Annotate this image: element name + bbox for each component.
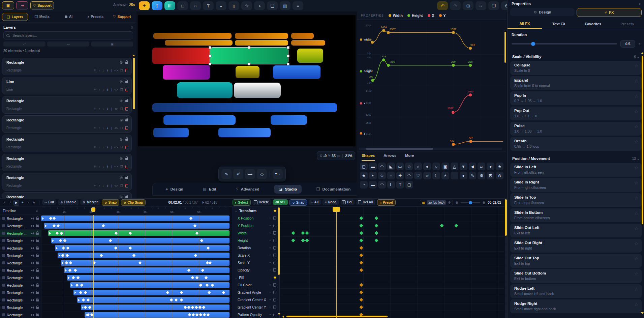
pill-shape[interactable]: ▭: [396, 163, 404, 170]
star-icon[interactable]: ☆: [634, 79, 638, 84]
waveform-tool[interactable]: |||: [164, 1, 175, 10]
sidebar-tab-presets[interactable]: ◑Presets: [83, 13, 108, 20]
none-button[interactable]: ×None: [323, 199, 339, 205]
track-lane[interactable]: [41, 237, 229, 244]
tab-design[interactable]: ⚙ Design: [510, 8, 575, 16]
rect-tool[interactable]: □: [177, 1, 188, 10]
move-up-icon[interactable]: ↑: [99, 146, 100, 149]
triangle-outline-shape[interactable]: △: [451, 163, 458, 170]
duplicate-icon[interactable]: ❐: [120, 165, 123, 168]
dot-shape[interactable]: ●: [460, 172, 467, 179]
layer-card[interactable]: RectangleRectangle◎↟↑↓↡|<>❐: [2, 154, 132, 171]
selection-handle[interactable]: [248, 63, 250, 65]
code-icon[interactable]: <>: [114, 165, 118, 168]
property-row[interactable]: X Position+: [232, 214, 279, 222]
eye-icon[interactable]: ◎: [120, 118, 123, 122]
parallelogram-shape[interactable]: ▱: [478, 163, 485, 170]
scroll-down-icon[interactable]: [641, 312, 644, 314]
sidebar-tab-support[interactable]: ♡Support: [109, 13, 134, 20]
send-back-icon[interactable]: ↡: [106, 88, 109, 91]
star-small-shape[interactable]: ★: [360, 172, 368, 179]
property-row[interactable]: Height+: [232, 237, 279, 244]
zoom-in-icon[interactable]: ⊕: [483, 201, 485, 204]
del-button[interactable]: Del: [341, 199, 355, 205]
playhead-line[interactable]: [336, 207, 337, 318]
timeline-ruler[interactable]: 1s2s3s4s5s6s: [41, 207, 229, 215]
move-up-icon[interactable]: ↑: [99, 126, 100, 130]
track-name-row[interactable]: Rectangle ...: [0, 230, 41, 237]
remove-property-icon[interactable]: [273, 217, 276, 220]
canvas-shape[interactable]: [273, 65, 320, 79]
comment-tool[interactable]: ◒: [216, 1, 226, 10]
panel-collapse-icon[interactable]: ⟨⟩: [131, 26, 133, 29]
tab-documentation[interactable]: ❒Documentation: [312, 185, 355, 194]
remove-property-icon[interactable]: [273, 299, 276, 301]
eye-icon[interactable]: ◎: [120, 137, 123, 141]
track-bar[interactable]: [48, 230, 229, 236]
speaker-icon[interactable]: [31, 291, 34, 294]
graph-vscrollbar[interactable]: [504, 32, 506, 63]
canvas-shape[interactable]: [234, 83, 281, 98]
playhead-line[interactable]: [93, 215, 94, 318]
add-keyframe-icon[interactable]: +: [269, 246, 271, 250]
delete-icon[interactable]: [125, 146, 128, 149]
fx-effect-card[interactable]: Slide Out RightExit to right☆: [510, 239, 642, 253]
canvas-shape[interactable]: [152, 48, 210, 64]
remove-property-icon[interactable]: [273, 239, 276, 242]
skip-start-button[interactable]: «: [2, 200, 7, 205]
circle-shape[interactable]: ●: [487, 163, 494, 170]
add-tool[interactable]: +: [139, 1, 150, 10]
lock-icon[interactable]: [125, 139, 128, 141]
track-color-chip[interactable]: [2, 254, 5, 257]
track-name-row[interactable]: Rectangle: [0, 282, 41, 289]
delete-icon[interactable]: [125, 69, 128, 72]
bring-front-icon[interactable]: ↟: [94, 146, 96, 149]
keyframe-green[interactable]: [359, 231, 363, 235]
t-shape[interactable]: T: [396, 181, 404, 189]
add-keyframe-icon[interactable]: +: [269, 298, 271, 301]
selection-handle[interactable]: [209, 46, 211, 49]
keyframe-green[interactable]: [359, 216, 363, 220]
selection-handle[interactable]: [287, 55, 289, 57]
move-up-icon[interactable]: ↑: [99, 165, 100, 168]
canvas-shape[interactable]: [291, 33, 314, 39]
send-back-icon[interactable]: ↡: [106, 126, 109, 130]
track-bar[interactable]: [55, 245, 229, 251]
track-color-chip[interactable]: [2, 232, 5, 235]
track-lane[interactable]: [41, 311, 229, 318]
star-tool[interactable]: ☆: [241, 1, 252, 10]
code-icon[interactable]: <>: [114, 126, 118, 130]
move-up-icon[interactable]: ↑: [99, 69, 100, 72]
fx-effect-card[interactable]: Slide Out TopExit to top☆: [510, 254, 642, 268]
fx-effect-card[interactable]: Slide In TopFrom top offscreen☆: [510, 193, 642, 207]
track-bar[interactable]: [64, 267, 229, 273]
track-lane[interactable]: [41, 304, 229, 311]
property-row[interactable]: Pattern Opacity+: [232, 311, 279, 318]
tab-advanced[interactable]: ⚡Advanced: [231, 185, 264, 194]
fps-selector[interactable]: ▦ 30 fps (HD) ⚙: [420, 200, 453, 205]
fx-subtab-favorites[interactable]: Favorites: [576, 19, 610, 29]
move-down-icon[interactable]: ↓: [102, 69, 104, 72]
bring-front-icon[interactable]: ↟: [94, 88, 96, 91]
tab-studio[interactable]: ◪Studio: [274, 185, 302, 194]
scroll-down-icon[interactable]: [278, 313, 280, 315]
selection-handle[interactable]: [248, 46, 250, 49]
star-icon[interactable]: ☆: [634, 241, 638, 246]
add-keyframe-icon[interactable]: +: [269, 224, 271, 227]
save-layout-button[interactable]: ▣: [91, 41, 133, 47]
duplicate-icon[interactable]: ❐: [120, 69, 123, 72]
fx-effect-card[interactable]: Slide In LeftFrom left offscreen☆: [510, 163, 642, 177]
bring-front-icon[interactable]: ↟: [94, 184, 96, 187]
star-icon[interactable]: ☆: [634, 165, 638, 170]
lock-icon[interactable]: [125, 119, 128, 121]
send-back-icon[interactable]: ↡: [106, 184, 109, 187]
lock-icon[interactable]: [36, 218, 39, 220]
track-name-row[interactable]: Rectangle: [0, 296, 41, 304]
remove-property-icon[interactable]: [273, 291, 276, 294]
move-up-icon[interactable]: ↑: [99, 88, 100, 91]
property-row[interactable]: Scale X+: [232, 252, 279, 259]
property-curves[interactable]: 15141034554width930140413371337683322253…: [357, 20, 507, 148]
track-lane[interactable]: [41, 259, 229, 267]
track-name-row[interactable]: Rectangle: [0, 237, 41, 244]
add-keyframe-icon[interactable]: +: [269, 306, 271, 309]
